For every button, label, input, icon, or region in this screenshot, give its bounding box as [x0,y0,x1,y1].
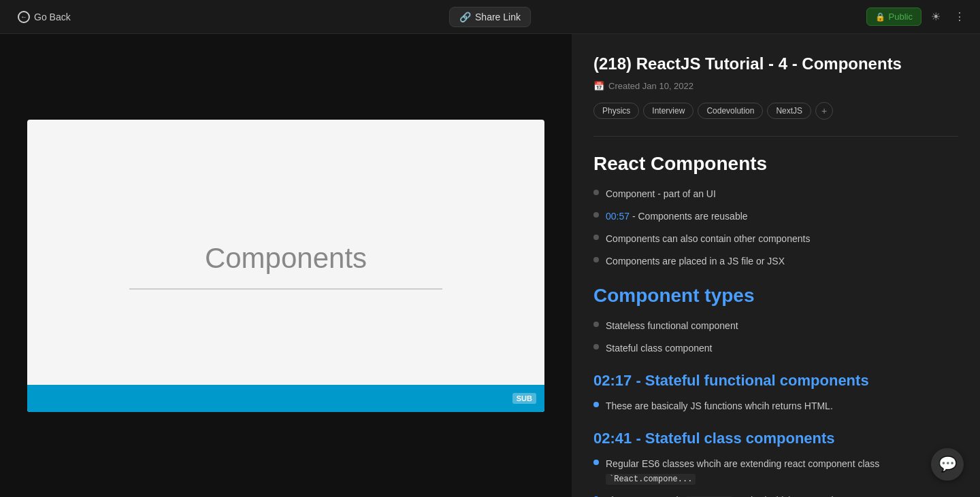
tag-interview[interactable]: Interview [643,103,693,119]
bullet-dot [593,257,599,262]
ellipsis-icon: ⋮ [954,11,965,22]
calendar-icon: 📅 [593,81,604,91]
video-bottom-bar: SUB [27,385,544,412]
section2-title: Component types [593,285,958,307]
bullet-list-1: Component - part of an UI 00:57 - Compon… [593,187,958,269]
item-text: Stateless functional component [606,319,738,333]
go-back-button[interactable]: ← Go Back [11,7,78,27]
list-item: They must contain `render` method which … [593,494,958,497]
tag-nextjs[interactable]: NextJS [767,103,811,119]
timestamp-link-0217[interactable]: 02:17 [593,372,632,389]
code-snippet: `React.compone... [606,474,696,485]
divider [593,136,958,137]
list-item: Stateless functional component [593,319,958,333]
slide-title: Components [205,242,367,275]
item-text: Regular ES6 classes whcih are extending … [606,457,958,485]
header-left: ← Go Back [11,7,78,27]
chat-button[interactable]: 💬 [931,448,964,481]
list-item: Stateful class component [593,341,958,356]
sub-badge: SUB [512,393,536,404]
chat-icon: 💬 [938,456,957,473]
list-item: These are basically JS functions whcih r… [593,399,958,413]
share-link-button[interactable]: 🔗 Share Link [449,7,531,27]
header-right: 🔒 Public ☀ ⋮ [866,6,969,27]
section1-title: React Components [593,153,958,175]
tags-container: Physics Interview Codevolution NextJS + [593,102,958,120]
add-tag-button[interactable]: + [815,102,833,120]
public-badge[interactable]: 🔒 Public [866,7,921,26]
more-options-button[interactable]: ⋮ [950,6,969,27]
tag-physics[interactable]: Physics [593,103,639,119]
info-panel: (218) ReactJS Tutorial - 4 - Components … [572,34,980,497]
item-text: Component - part of an UI [606,187,716,201]
list-item: Components are placed in a JS file or JS… [593,254,958,269]
timestamp-heading-text: - Stateful functional components [632,372,868,389]
bullet-list-3: These are basically JS functions whcih r… [593,399,958,413]
item-text: These are basically JS functions whcih r… [606,399,833,413]
bullet-dot [593,212,599,218]
video-title: (218) ReactJS Tutorial - 4 - Components [593,53,958,74]
video-panel: Components SUB [0,34,572,497]
list-item: 00:57 - Components are reusable [593,209,958,224]
theme-toggle-button[interactable]: ☀ [927,6,945,27]
public-label: Public [889,12,913,22]
bullet-dot [593,344,599,349]
timestamp-heading-0217: 02:17 - Stateful functional components [593,372,958,390]
bullet-dot-blue [593,460,599,465]
main-content: Components SUB (218) ReactJS Tutorial - … [0,34,980,497]
timestamp-link-0241[interactable]: 02:41 [593,430,632,447]
created-text: Created Jan 10, 2022 [608,81,693,91]
bullet-dot [593,235,599,240]
item-text: Stateful class component [606,341,712,356]
header: ← Go Back 🔗 Share Link 🔒 Public ☀ ⋮ [0,0,980,34]
list-item: Components can also contain other compon… [593,232,958,246]
item-text: Components are placed in a JS file or JS… [606,254,785,269]
share-link-label: Share Link [475,12,521,22]
bullet-dot [593,322,599,327]
list-item: Component - part of an UI [593,187,958,201]
go-back-label: Go Back [34,12,71,22]
item-text: 00:57 - Components are reusable [606,209,748,224]
timestamp-heading-text-2: - Stateful class components [632,430,834,447]
go-back-icon: ← [18,11,30,23]
bullet-dot-blue [593,402,599,407]
sun-icon: ☀ [931,11,941,22]
bullet-list-2: Stateless functional component Stateful … [593,319,958,356]
timestamp-link-0057[interactable]: 00:57 [606,211,630,222]
link-icon: 🔗 [459,12,471,22]
video-container[interactable]: Components SUB [27,120,544,412]
timestamp-heading-0241: 02:41 - Stateful class components [593,430,958,447]
item-text: Components can also contain other compon… [606,232,810,246]
item-text: They must contain `render` method which … [606,494,879,497]
slide-underline [129,288,442,290]
list-item: Regular ES6 classes whcih are extending … [593,457,958,485]
lock-icon: 🔒 [875,12,885,22]
created-date: 📅 Created Jan 10, 2022 [593,81,958,91]
bullet-dot [593,190,599,195]
tag-codevolution[interactable]: Codevolution [698,103,763,119]
bullet-list-4: Regular ES6 classes whcih are extending … [593,457,958,497]
video-slide: Components [27,120,544,412]
